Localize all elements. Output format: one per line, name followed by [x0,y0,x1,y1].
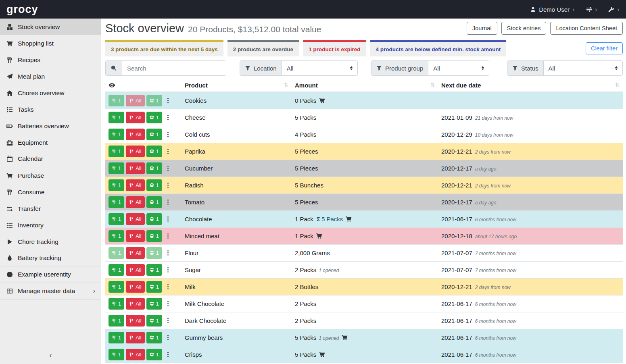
consume-all-button[interactable]: All [126,146,144,157]
settings-menu[interactable]: › [586,6,597,13]
filter-message-due-soon[interactable]: 3 products are due within the next 5 day… [105,40,223,56]
open-one-button[interactable]: 1 [146,230,162,242]
open-one-button[interactable]: 1 [146,281,162,293]
consume-all-button[interactable]: All [126,298,144,310]
consume-all-button[interactable]: All [126,315,144,327]
open-one-button[interactable]: 1 [146,247,162,259]
sidebar-item-chores-overview[interactable]: Chores overview [0,85,101,101]
row-menu-button[interactable] [164,164,172,172]
product-group-select[interactable]: All [428,61,489,75]
admin-menu[interactable]: › [608,6,620,13]
stock-entries-button[interactable]: Stock entries [501,22,547,35]
row-menu-button[interactable] [164,97,172,104]
app-logo[interactable]: grocy [6,3,38,16]
open-one-button[interactable]: 1 [146,213,162,225]
sidebar-item-meal-plan[interactable]: Meal plan [0,68,101,85]
consume-one-button[interactable]: 1 [109,298,124,310]
consume-all-button[interactable]: All [126,196,144,208]
sidebar-item-transfer[interactable]: Transfer [0,200,101,217]
sidebar-item-equipment[interactable]: Equipment [0,134,101,151]
row-menu-button[interactable] [164,300,172,308]
consume-all-button[interactable]: All [126,264,144,276]
consume-one-button[interactable]: 1 [109,179,124,191]
location-content-sheet-button[interactable]: Location Content Sheet [550,22,623,35]
filter-message-overdue[interactable]: 2 products are overdue [227,40,299,56]
consume-all-button[interactable]: All [126,230,144,242]
consume-one-button[interactable]: 1 [109,146,124,157]
consume-all-button[interactable]: All [126,129,144,140]
journal-button[interactable]: Journal [467,22,497,35]
row-menu-button[interactable] [164,232,172,240]
row-menu-button[interactable] [164,266,172,274]
consume-one-button[interactable]: 1 [109,95,124,106]
sidebar-item-battery-tracking[interactable]: Battery tracking [0,250,101,266]
consume-one-button[interactable]: 1 [109,213,124,225]
status-select[interactable]: All [544,61,622,75]
open-one-button[interactable]: 1 [146,298,162,310]
open-one-button[interactable]: 1 [146,315,162,327]
clear-filter-button[interactable]: Clear filter [586,42,623,54]
consume-all-button[interactable]: All [126,95,144,106]
consume-all-button[interactable]: All [126,332,144,343]
consume-one-button[interactable]: 1 [109,315,124,327]
consume-one-button[interactable]: 1 [109,196,124,208]
row-menu-button[interactable] [164,148,172,155]
sidebar-item-inventory[interactable]: Inventory [0,217,101,233]
sidebar-collapse-button[interactable]: ‹ [0,346,101,364]
row-menu-button[interactable] [164,131,172,138]
consume-all-button[interactable]: All [126,213,144,225]
consume-one-button[interactable]: 1 [109,264,124,276]
consume-all-button[interactable]: All [126,281,144,293]
open-one-button[interactable]: 1 [146,112,162,123]
open-one-button[interactable]: 1 [146,196,162,208]
sidebar-item-example-userentity[interactable]: Example userentity [0,266,101,283]
row-menu-button[interactable] [164,215,172,223]
sidebar-item-recipes[interactable]: Recipes [0,52,101,68]
sidebar-item-batteries-overview[interactable]: Batteries overview [0,118,101,134]
sidebar-item-tasks[interactable]: Tasks [0,101,101,118]
row-menu-button[interactable] [164,317,172,324]
sidebar-item-calendar[interactable]: Calendar [0,151,101,167]
location-select[interactable]: All [282,61,357,75]
open-one-button[interactable]: 1 [146,349,162,360]
open-one-button[interactable]: 1 [146,146,162,157]
consume-one-button[interactable]: 1 [109,230,124,242]
row-menu-button[interactable] [164,181,172,189]
sidebar-item-manage-master-data[interactable]: Manage master data› [0,283,101,300]
consume-all-button[interactable]: All [126,179,144,191]
row-menu-button[interactable] [164,283,172,291]
consume-all-button[interactable]: All [126,162,144,174]
visibility-column-header[interactable] [105,79,182,92]
filter-message-expired[interactable]: 1 product is expired [303,40,366,56]
consume-one-button[interactable]: 1 [109,162,124,174]
sidebar-item-purchase[interactable]: Purchase [0,167,101,184]
consume-one-button[interactable]: 1 [109,129,124,140]
row-menu-button[interactable] [164,351,172,358]
consume-one-button[interactable]: 1 [109,112,124,123]
row-menu-button[interactable] [164,334,172,341]
consume-one-button[interactable]: 1 [109,349,124,360]
consume-all-button[interactable]: All [126,247,144,259]
open-one-button[interactable]: 1 [146,332,162,343]
row-menu-button[interactable] [164,114,172,121]
search-input[interactable] [122,61,226,75]
open-one-button[interactable]: 1 [146,162,162,174]
sidebar-item-chore-tracking[interactable]: Chore tracking [0,233,101,250]
consume-one-button[interactable]: 1 [109,281,124,293]
consume-one-button[interactable]: 1 [109,332,124,343]
open-one-button[interactable]: 1 [146,129,162,140]
open-one-button[interactable]: 1 [146,95,162,106]
consume-one-button[interactable]: 1 [109,247,124,259]
column-header-next-due-date[interactable]: Next due date ⇅ [438,79,623,92]
user-menu[interactable]: Demo User › [530,6,575,13]
sidebar-item-consume[interactable]: Consume [0,184,101,200]
consume-all-button[interactable]: All [126,112,144,123]
consume-all-button[interactable]: All [126,349,144,360]
column-header-product[interactable]: Product ⇅ [182,79,292,92]
filter-message-below-min-stock[interactable]: 4 products are below defined min. stock … [370,40,506,56]
column-header-amount[interactable]: Amount ⇅ [292,79,438,92]
sidebar-item-shopping-list[interactable]: Shopping list [0,35,101,52]
sidebar-item-stock-overview[interactable]: Stock overview [0,19,101,35]
open-one-button[interactable]: 1 [146,179,162,191]
row-menu-button[interactable] [164,249,172,257]
